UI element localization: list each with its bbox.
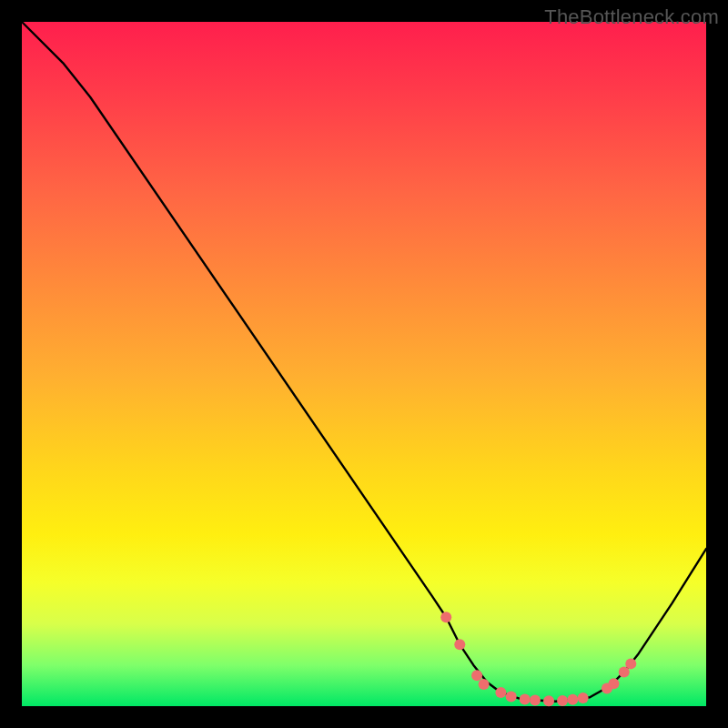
chart-marker: [557, 695, 568, 706]
chart-marker: [520, 693, 531, 704]
chart-marker: [506, 691, 517, 702]
chart-marker: [495, 687, 506, 698]
chart-marker: [578, 693, 589, 703]
chart-overlay: [22, 22, 706, 706]
chart-marker: [479, 679, 490, 690]
chart-marker: [625, 658, 636, 669]
chart-curve: [22, 22, 706, 702]
chart-marker: [454, 639, 465, 650]
chart-marker: [530, 695, 541, 706]
chart-marker: [471, 670, 482, 681]
chart-marker: [440, 612, 451, 622]
chart-marker: [567, 694, 578, 705]
chart-marker: [608, 678, 619, 689]
chart-marker: [543, 695, 554, 706]
watermark-label: TheBottleneck.com: [544, 5, 719, 29]
